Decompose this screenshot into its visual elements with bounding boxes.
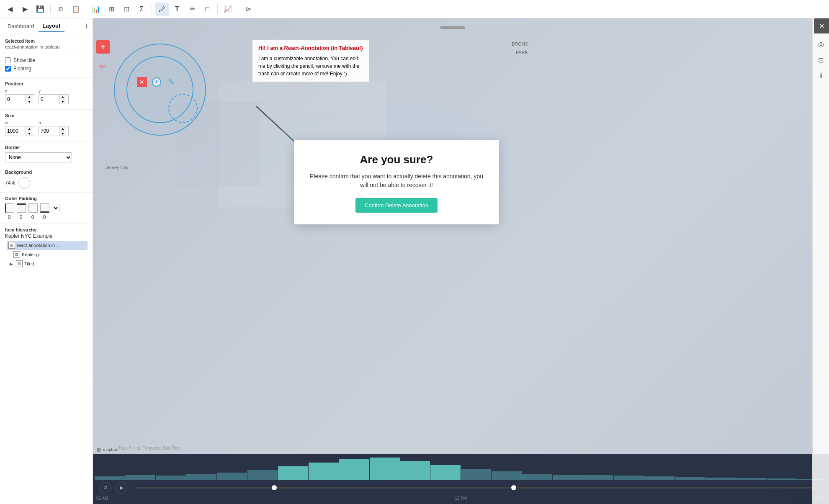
save-button[interactable]: 💾 — [33, 3, 47, 16]
hierarchy-item-react-annotation[interactable]: ⊡ react-annotation in ... — [7, 241, 88, 250]
w-spin-up[interactable]: ▲ — [26, 126, 33, 131]
border-select[interactable]: None Solid Dashed — [5, 152, 72, 162]
tl-label-start: 06 AM — [96, 496, 108, 501]
scrubber-right-handle[interactable] — [511, 485, 516, 490]
bar-20 — [675, 477, 705, 480]
bg-color-picker[interactable] — [18, 177, 30, 189]
bar-2 — [125, 475, 155, 480]
confirm-delete-button[interactable]: Confirm Delete Annotation — [355, 198, 438, 213]
h-spin-down[interactable]: ▼ — [59, 131, 66, 136]
show-title-label[interactable]: Show title — [5, 57, 35, 63]
chart2-button[interactable]: 📈 — [221, 3, 234, 16]
y-field: y ▲ ▼ — [39, 89, 69, 104]
pad-val-0: 0 — [5, 214, 13, 220]
padding-unit-select[interactable]: ▼ — [52, 204, 59, 212]
bar-12 — [430, 465, 461, 480]
back-button[interactable]: ◀ — [3, 3, 17, 16]
filter-button[interactable]: ⊡ — [120, 3, 133, 16]
hierarchy-label-kepler: Kepler.gl — [22, 252, 40, 257]
annotation-edit-button[interactable]: ✎ — [166, 77, 176, 87]
h-spinner-btns: ▲ ▼ — [59, 126, 66, 136]
chart-button[interactable]: 📊 — [90, 3, 103, 16]
timeline-scrubber[interactable] — [135, 487, 819, 489]
x-spinner-btns: ▲ ▼ — [26, 94, 33, 104]
forward-button[interactable]: ▶ — [18, 3, 32, 16]
y-spinner-btns: ▲ ▼ — [59, 94, 66, 104]
pad-icon-left[interactable] — [5, 203, 14, 213]
copy-button[interactable]: ⧉ — [54, 3, 67, 16]
w-spin-down[interactable]: ▼ — [26, 131, 33, 136]
panel-collapse-button[interactable]: ⟩ — [83, 21, 89, 31]
paste-button[interactable]: 📋 — [69, 3, 82, 16]
rt-compass-button[interactable]: ◎ — [815, 38, 827, 50]
rt-info-button[interactable]: ℹ — [815, 69, 827, 82]
border-section: Border None Solid Dashed — [0, 141, 93, 166]
table-button[interactable]: ⊞ — [105, 3, 118, 16]
close-button[interactable]: ✕ — [814, 18, 829, 33]
hierarchy-root: Kepler NYC Example — [5, 233, 88, 239]
text-button[interactable]: T — [170, 3, 184, 16]
separator-4 — [217, 4, 218, 14]
separator-2 — [86, 4, 86, 14]
pad-icon-bottom[interactable] — [40, 203, 49, 213]
w-label: w — [5, 121, 35, 125]
sum-button[interactable]: Σ — [135, 3, 148, 16]
y-spin-down[interactable]: ▼ — [59, 99, 66, 104]
bar-4 — [186, 474, 216, 480]
floating-label[interactable]: Floating — [5, 66, 31, 72]
position-inputs: x ▲ ▼ y ▲ ▼ — [5, 89, 88, 104]
y-input[interactable] — [39, 95, 59, 103]
confirm-title: Are you sure? — [306, 153, 487, 166]
bar-16 — [553, 475, 583, 480]
hierarchy-item-kepler[interactable]: ⊡ Kepler.gl — [12, 250, 88, 259]
h-spin-up[interactable]: ▲ — [59, 126, 66, 131]
selected-item-label: Selected item — [5, 39, 88, 44]
x-spinner[interactable]: ▲ ▼ — [5, 94, 35, 104]
pen-button[interactable]: ✏ — [185, 3, 199, 16]
annotation-eye-button[interactable]: 👁 — [152, 77, 161, 87]
pad-val-3: 0 — [40, 214, 49, 220]
floating-checkbox[interactable] — [5, 66, 11, 72]
timeline-reset-button[interactable]: ↺ — [100, 482, 111, 494]
h-spinner[interactable]: ▲ ▼ — [39, 126, 69, 136]
x-spin-up[interactable]: ▲ — [26, 94, 33, 99]
rt-layers-button[interactable]: ⊡ — [815, 54, 827, 66]
add-item-button[interactable]: + — [96, 40, 110, 54]
annotation-delete-button[interactable]: ✕ — [137, 77, 147, 87]
show-title-checkbox[interactable] — [5, 57, 11, 63]
background-row: 74% — [5, 177, 88, 189]
outer-padding-title: Outer Padding — [5, 196, 88, 201]
edit-pencil-button[interactable]: ✏ — [96, 60, 109, 73]
bar-5 — [217, 473, 247, 480]
pad-icon-top[interactable] — [17, 203, 26, 213]
scrubber-left-handle[interactable] — [272, 485, 277, 490]
y-spin-up[interactable]: ▲ — [59, 94, 66, 99]
h-label: h — [39, 121, 69, 125]
tab-dashboard[interactable]: Dashboard — [3, 21, 39, 32]
hierarchy-item-tiled[interactable]: ▶ ⊞ Tiled — [7, 259, 88, 268]
map-data-label: Tpep Pickup Formatted DateTime — [118, 446, 181, 450]
mapbox-credit: ⊕ mapbox — [96, 446, 118, 453]
y-spinner[interactable]: ▲ ▼ — [39, 94, 69, 104]
highlight-button[interactable]: 🖊 — [155, 3, 169, 16]
w-spinner[interactable]: ▲ ▼ — [5, 126, 35, 136]
hierarchy-title: Item hierarchy — [5, 227, 88, 232]
bar-6 — [247, 470, 278, 480]
x-spin-down[interactable]: ▼ — [26, 99, 33, 104]
floating-row: Floating — [5, 66, 88, 72]
show-title-row: Show title — [5, 57, 88, 63]
x-label: x — [5, 89, 35, 93]
w-input[interactable] — [5, 127, 26, 135]
h-input[interactable] — [39, 127, 59, 135]
canvas-top-bar — [93, 18, 812, 37]
bar-18 — [614, 476, 644, 480]
present-button[interactable]: ⊳ — [242, 3, 255, 16]
bar-11 — [400, 461, 430, 480]
bar-13 — [461, 469, 491, 480]
tab-layout[interactable]: Layout — [39, 20, 65, 32]
x-input[interactable] — [5, 95, 26, 103]
pad-icon-right[interactable] — [28, 203, 38, 213]
timeline-play-button[interactable]: ▶ — [116, 482, 127, 494]
hierarchy-expand-tiled[interactable]: ▶ — [8, 262, 14, 266]
rect-button[interactable]: □ — [201, 3, 214, 16]
